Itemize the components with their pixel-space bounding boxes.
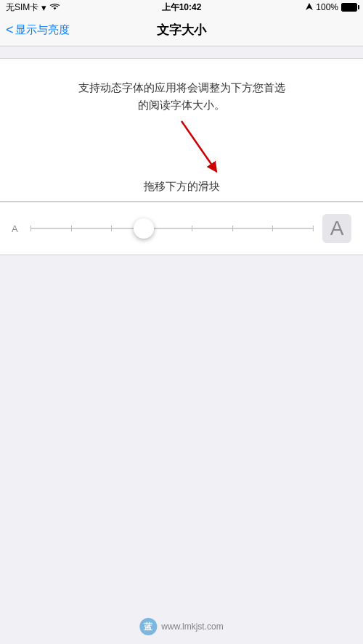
status-right: 100% <box>306 2 357 12</box>
tick-5 <box>192 226 192 231</box>
location-icon <box>306 3 313 12</box>
battery-icon <box>341 3 357 12</box>
slider-track-container[interactable] <box>30 218 314 239</box>
slider-track <box>30 228 314 229</box>
arrow-area: 拖移下方的滑块 <box>29 114 334 201</box>
status-left: 无SIM卡 ▾︎ <box>6 1 60 14</box>
carrier-text: 无SIM卡 <box>6 1 38 14</box>
tick-6 <box>232 226 233 231</box>
svg-line-2 <box>182 121 214 168</box>
slider-small-label: A <box>12 223 22 234</box>
tick-3 <box>111 226 112 231</box>
back-button[interactable]: < 显示与亮度 <box>6 22 70 38</box>
nav-bar: < 显示与亮度 文字大小 <box>0 15 363 46</box>
info-card: 支持动态字体的应用将会调整为下方您首选 的阅读字体大小。 拖移下方的滑块 <box>0 58 363 202</box>
spacer-bottom <box>0 255 363 531</box>
description-text: 支持动态字体的应用将会调整为下方您首选 的阅读字体大小。 <box>78 79 285 114</box>
slider-thumb[interactable] <box>134 218 154 239</box>
status-bar: 无SIM卡 ▾︎ 上午10:42 100% <box>0 0 363 15</box>
slider-ticks <box>30 228 314 229</box>
watermark-text: www.lmkjst.com <box>161 622 223 632</box>
info-card-inner: 支持动态字体的应用将会调整为下方您首选 的阅读字体大小。 拖移下方的滑块 <box>0 59 363 201</box>
back-chevron-icon: < <box>6 22 14 38</box>
red-arrow-icon <box>174 114 232 179</box>
tick-8 <box>313 226 314 231</box>
page-title: 文字大小 <box>157 22 206 38</box>
wifi-icon <box>49 4 60 12</box>
tick-2 <box>71 226 72 231</box>
battery-percent: 100% <box>316 2 338 12</box>
back-label: 显示与亮度 <box>15 23 70 37</box>
drag-hint-text: 拖移下方的滑块 <box>144 180 220 194</box>
watermark: 蓝 www.lmkjst.com <box>139 618 223 635</box>
slider-large-label: A <box>322 214 351 243</box>
wifi-icon: ▾︎ <box>41 2 46 13</box>
tick-7 <box>272 226 273 231</box>
tick-1 <box>30 226 31 231</box>
main-content: 支持动态字体的应用将会调整为下方您首选 的阅读字体大小。 拖移下方的滑块 A <box>0 46 363 531</box>
battery-fill <box>342 4 356 11</box>
status-time: 上午10:42 <box>162 1 202 14</box>
watermark-logo: 蓝 <box>139 618 157 635</box>
svg-marker-0 <box>306 3 313 10</box>
spacer-top <box>0 46 363 58</box>
slider-section: A A <box>0 202 363 255</box>
